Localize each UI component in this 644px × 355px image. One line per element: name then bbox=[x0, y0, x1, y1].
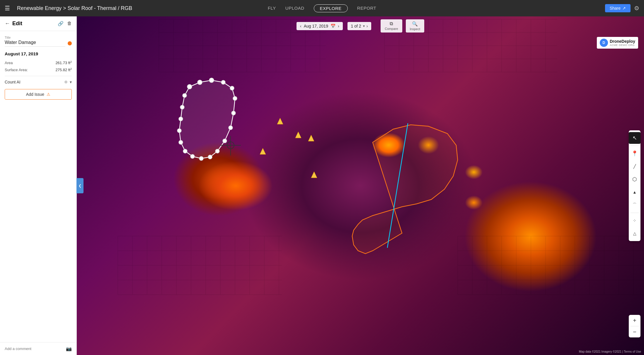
count-dropdown-icon[interactable]: ▾ bbox=[70, 80, 72, 84]
menu-icon[interactable]: ☰ bbox=[5, 5, 10, 12]
title-field-row: Water Damage bbox=[5, 40, 72, 47]
right-toolbar: ↖ 📍 ╱ ⬡ ▲ ⌒ ⁘ △ bbox=[629, 130, 640, 241]
panel-header: ← Edit 🔗 🗑 bbox=[0, 16, 76, 31]
map-area[interactable]: ‹ Aug 17, 2019 📅 › 1 of 2 ▾ › ⧉ Compare bbox=[77, 16, 644, 355]
collapse-panel-button[interactable]: ❮ bbox=[76, 178, 84, 193]
map-header: ‹ Aug 17, 2019 📅 › 1 of 2 ▾ › ⧉ Compare bbox=[77, 16, 644, 35]
zoom-controls: + − bbox=[629, 315, 640, 337]
share-icon: ↗ bbox=[622, 6, 626, 11]
link-icon[interactable]: 🔗 bbox=[58, 21, 64, 26]
compare-icon: ⧉ bbox=[390, 21, 393, 26]
warning-icon: ⚠ bbox=[47, 92, 50, 97]
area-value: 261.73 ft2 bbox=[55, 60, 72, 65]
collapse-icon: ❮ bbox=[79, 184, 81, 188]
cursor-tool-button[interactable]: ↖ bbox=[629, 132, 640, 144]
date-heading: August 17, 2019 bbox=[5, 51, 72, 56]
prev-date-button[interactable]: ‹ bbox=[300, 24, 301, 28]
count-ai-row: Count AI ▾ bbox=[5, 80, 72, 84]
pin-tool-button[interactable]: 📍 bbox=[629, 148, 640, 159]
header-icons: 🔗 🗑 bbox=[58, 21, 72, 26]
count-dot bbox=[64, 81, 67, 83]
back-button[interactable]: ← bbox=[5, 21, 10, 27]
inspect-label: Inspect bbox=[410, 27, 420, 31]
nav-right: Share ↗ ⚙ bbox=[605, 4, 639, 12]
volume-cone-button[interactable]: ▲ bbox=[629, 186, 640, 198]
annotation-title: Water Damage bbox=[5, 40, 65, 47]
title-label: Title bbox=[5, 36, 72, 39]
logo-icon: D bbox=[600, 39, 608, 47]
solar-panel-grid bbox=[77, 16, 644, 355]
logo-main-text: DroneDeploy bbox=[610, 39, 635, 44]
nav-fly[interactable]: FLY bbox=[268, 4, 276, 12]
next-page-button[interactable]: › bbox=[367, 24, 368, 28]
inspect-icon: 🔍 bbox=[412, 21, 418, 27]
add-issue-label: Add Issue bbox=[26, 92, 44, 97]
inspect-button[interactable]: 🔍 Inspect bbox=[406, 19, 424, 33]
map-background: ‹ Aug 17, 2019 📅 › 1 of 2 ▾ › ⧉ Compare bbox=[77, 16, 644, 355]
logo-text-block: DroneDeploy ACME DEMO ORG bbox=[610, 39, 635, 47]
main-layout: ← Edit 🔗 🗑 Title Water Damage August 17,… bbox=[0, 16, 644, 355]
date-navigator: ‹ Aug 17, 2019 📅 › bbox=[297, 22, 343, 30]
count-tool-button[interactable]: ⁘ bbox=[629, 215, 640, 226]
nav-explore[interactable]: EXPLORE bbox=[314, 4, 347, 12]
add-issue-button[interactable]: Add Issue ⚠ bbox=[5, 89, 72, 100]
toolbar-separator-2 bbox=[631, 213, 639, 213]
zoom-out-button[interactable]: − bbox=[629, 326, 640, 337]
area-tool-button[interactable]: ⬡ bbox=[629, 173, 640, 185]
share-label: Share bbox=[610, 6, 621, 11]
settings-icon[interactable]: ⚙ bbox=[634, 5, 639, 12]
left-panel: ← Edit 🔗 🗑 Title Water Damage August 17,… bbox=[0, 16, 77, 355]
page-indicator: 1 of 2 bbox=[351, 24, 361, 28]
nav-upload[interactable]: UPLOAD bbox=[285, 4, 304, 12]
next-date-button[interactable]: › bbox=[338, 24, 339, 28]
nav-links: FLY UPLOAD EXPLORE REPORT bbox=[268, 4, 376, 12]
volume-mound-button[interactable]: ⌒ bbox=[629, 199, 640, 211]
calendar-icon[interactable]: 📅 bbox=[330, 24, 335, 28]
measure-tool-button[interactable]: ╱ bbox=[629, 161, 640, 172]
divider bbox=[5, 76, 72, 76]
count-controls: ▾ bbox=[64, 80, 72, 84]
surface-area-label: Surface Area: bbox=[5, 68, 28, 72]
panel-footer: 📷 bbox=[0, 342, 76, 355]
count-ai-label: Count AI bbox=[5, 80, 21, 84]
surface-area-value: 275.82 ft2 bbox=[55, 67, 72, 72]
page-navigator: 1 of 2 ▾ › bbox=[347, 22, 372, 30]
page-dropdown-icon[interactable]: ▾ bbox=[363, 24, 365, 28]
map-attribution: Map data ©2021 Imagery ©2021 | Terms of … bbox=[579, 350, 641, 353]
share-button[interactable]: Share ↗ bbox=[605, 4, 631, 12]
delete-icon[interactable]: 🗑 bbox=[67, 21, 72, 26]
color-indicator[interactable] bbox=[68, 41, 72, 45]
zoom-in-button[interactable]: + bbox=[629, 315, 640, 326]
toolbar-separator-1 bbox=[631, 146, 639, 146]
comment-input[interactable] bbox=[5, 347, 64, 351]
area-row: Area 261.73 ft2 bbox=[5, 60, 72, 65]
logo-sub-text: ACME DEMO ORG bbox=[610, 44, 635, 47]
dronedeploy-logo: D DroneDeploy ACME DEMO ORG bbox=[597, 37, 638, 49]
top-nav: ☰ Renewable Energy > Solar Roof - Therma… bbox=[0, 0, 644, 16]
compare-button[interactable]: ⧉ Compare bbox=[381, 19, 402, 33]
compare-label: Compare bbox=[385, 27, 398, 30]
panel-body: Title Water Damage August 17, 2019 Area … bbox=[0, 31, 76, 342]
map-tools: ⧉ Compare 🔍 Inspect bbox=[381, 19, 424, 33]
warning-tool-button[interactable]: △ bbox=[629, 228, 640, 239]
surface-area-row: Surface Area: 275.82 ft2 bbox=[5, 67, 72, 72]
map-date: Aug 17, 2019 bbox=[304, 24, 328, 28]
camera-icon[interactable]: 📷 bbox=[66, 346, 72, 351]
panel-title: Edit bbox=[12, 21, 55, 27]
area-label: Area bbox=[5, 61, 13, 65]
nav-report[interactable]: REPORT bbox=[357, 4, 376, 12]
